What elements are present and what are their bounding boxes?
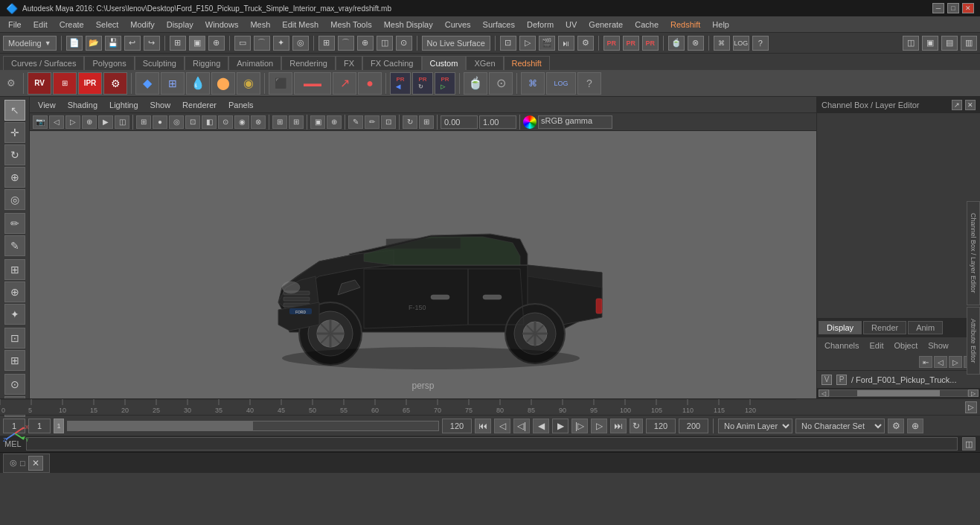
soft-sel-btn[interactable]: ◎ — [292, 36, 309, 51]
shelf-icon-ball[interactable]: ● — [358, 72, 382, 95]
vp-playblast-btn[interactable]: ▶ — [98, 115, 113, 129]
rp-arrow-1[interactable]: ⇤ — [919, 356, 932, 368]
char-set-dropdown[interactable]: No Character Set — [795, 419, 885, 433]
vp-tool1[interactable]: ✎ — [348, 115, 363, 129]
code-btn[interactable]: ⌘ — [714, 36, 730, 51]
range-slider[interactable] — [67, 421, 439, 431]
menu-cache[interactable]: Cache — [630, 19, 664, 31]
menu-mesh-display[interactable]: Mesh Display — [379, 19, 438, 31]
scale-tool-btn[interactable]: ⊕ — [4, 167, 25, 188]
minimize-button[interactable]: ─ — [932, 3, 944, 13]
rp-edit[interactable]: Edit — [865, 340, 888, 351]
layout-2-btn[interactable]: ▤ — [941, 36, 958, 51]
paint-sel-btn[interactable]: ✦ — [273, 36, 289, 51]
shelf-tab-custom[interactable]: Custom — [422, 56, 467, 70]
shelf-icon-2[interactable]: ⊞ — [53, 72, 77, 95]
pr-btn-2[interactable]: PR — [623, 36, 639, 51]
shelf-icon-cube[interactable]: ⬛ — [269, 72, 292, 95]
rp-channels[interactable]: Channels — [820, 340, 863, 351]
menu-select[interactable]: Select — [91, 19, 124, 31]
timeline-scroll-right[interactable]: ▷ — [965, 401, 977, 413]
shelf-icon-drop[interactable]: 💧 — [186, 72, 210, 95]
vp-tool3[interactable]: ⊡ — [381, 115, 396, 129]
vp-next-cam-btn[interactable]: ▷ — [65, 115, 80, 129]
menu-generate[interactable]: Generate — [583, 19, 628, 31]
panel-close-btn[interactable]: ✕ — [965, 100, 976, 110]
menu-uv[interactable]: UV — [560, 19, 582, 31]
menu-display[interactable]: Display — [161, 19, 199, 31]
magnet-tool-btn[interactable]: ✦ — [4, 304, 25, 325]
menu-windows[interactable]: Windows — [200, 19, 244, 31]
shelf-tab-fx[interactable]: FX — [336, 56, 362, 70]
sel-marquee-btn[interactable]: ▭ — [234, 36, 251, 51]
vp-loop-btn[interactable]: ↻ — [403, 115, 417, 129]
skip-end-btn[interactable]: ⏭ — [610, 419, 627, 433]
show-tool-btn[interactable]: ⊙ — [4, 374, 25, 395]
tea-btn[interactable]: 🍵 — [668, 36, 685, 51]
skip-start-btn[interactable]: ⏮ — [475, 419, 491, 433]
shelf-tab-curves[interactable]: Curves / Surfaces — [3, 56, 84, 70]
redo-btn[interactable]: ↪ — [144, 36, 160, 51]
layout-3-btn[interactable]: ▥ — [961, 36, 977, 51]
rotate-tool-btn[interactable]: ↻ — [4, 144, 25, 165]
menu-edit-mesh[interactable]: Edit Mesh — [277, 19, 324, 31]
menu-create[interactable]: Create — [54, 19, 89, 31]
vp-sel-type-btn[interactable]: ▣ — [310, 115, 325, 129]
open-file-btn[interactable]: 📂 — [86, 36, 102, 51]
select-tool-btn[interactable]: ↖ — [4, 100, 25, 121]
shelf-icon-pr2[interactable]: PR↻ — [412, 72, 433, 95]
current-frame-field-1[interactable] — [28, 419, 51, 433]
vp-cam-attr-btn[interactable]: ⊕ — [82, 115, 97, 129]
next-key-btn[interactable]: |▷ — [571, 419, 588, 433]
vp-menu-renderer[interactable]: Renderer — [177, 99, 222, 111]
shelf-tab-rigging[interactable]: Rigging — [185, 56, 228, 70]
maximize-button[interactable]: □ — [947, 3, 959, 13]
right-panel-scrollbar[interactable]: ◁ ▷ — [817, 388, 980, 398]
save-file-btn[interactable]: 💾 — [105, 36, 121, 51]
shelf-icon-teapot[interactable]: 🍵 — [464, 72, 487, 95]
shelf-icon-grid[interactable]: ⊞ — [161, 72, 185, 95]
shelf-icon-gear[interactable]: ⚙ — [103, 72, 127, 95]
undo-btn[interactable]: ↩ — [124, 36, 141, 51]
shelf-icon-pr1[interactable]: PR◀ — [390, 72, 411, 95]
menu-surfaces[interactable]: Surfaces — [478, 19, 520, 31]
vp-menu-view[interactable]: View — [33, 99, 61, 111]
vp-tool2[interactable]: ✏ — [365, 115, 379, 129]
vp-prev-cam-btn[interactable]: ◁ — [49, 115, 64, 129]
menu-help[interactable]: Help — [707, 19, 734, 31]
snap-view-btn[interactable]: ◫ — [377, 36, 393, 51]
shelf-icon-rv[interactable]: RV — [28, 72, 51, 95]
render-settings-btn[interactable]: ⚙ — [577, 36, 594, 51]
shelf-icon-sphere1[interactable]: ⬤ — [211, 72, 235, 95]
shelf-icon-pr3[interactable]: PR▷ — [435, 72, 455, 95]
shelf-tab-redshift[interactable]: Redshift — [504, 56, 550, 70]
sel-lasso-btn[interactable]: ⌒ — [254, 36, 270, 51]
anim-layer-dropdown[interactable]: No Anim Layer — [718, 419, 792, 433]
char-settings-btn[interactable]: ⊕ — [907, 419, 923, 433]
make-live-btn[interactable]: ⊙ — [396, 36, 412, 51]
shelf-tab-polygons[interactable]: Polygons — [84, 56, 134, 70]
universal-tool-btn[interactable]: ◎ — [4, 189, 25, 210]
shelf-icon-ipr[interactable]: IPR — [78, 72, 102, 95]
shelf-icon-slash[interactable]: ▬▬ — [294, 72, 331, 95]
shelf-icon-sphere2[interactable]: ◉ — [237, 72, 260, 95]
menu-file[interactable]: File — [3, 19, 27, 31]
scroll-track[interactable] — [829, 389, 968, 397]
vp-camera-btn[interactable]: 📷 — [33, 115, 48, 129]
paint2-tool-btn[interactable]: ✎ — [4, 235, 25, 256]
play-back-btn[interactable]: ◀ — [533, 419, 549, 433]
snap-tool-btn[interactable]: ⊕ — [4, 281, 25, 302]
layer-v-checkbox[interactable]: V — [822, 375, 832, 385]
log-btn[interactable]: LOG — [733, 36, 749, 51]
shelf-tab-animation[interactable]: Animation — [228, 56, 281, 70]
pr-btn-3[interactable]: PR — [642, 36, 659, 51]
anim-settings-btn[interactable]: ⚙ — [888, 419, 904, 433]
layer-p-checkbox[interactable]: P — [836, 375, 847, 385]
shelf-tab-xgen[interactable]: XGen — [466, 56, 503, 70]
rp-tab-render[interactable]: Render — [863, 321, 906, 334]
scroll-right-btn[interactable]: ▷ — [968, 389, 979, 397]
shelf-icon-spiral[interactable]: ↗ — [333, 72, 356, 95]
play-forward-btn[interactable]: ▶ — [552, 419, 569, 433]
range-end-field-2[interactable] — [679, 419, 708, 433]
vp-menu-show[interactable]: Show — [145, 99, 176, 111]
